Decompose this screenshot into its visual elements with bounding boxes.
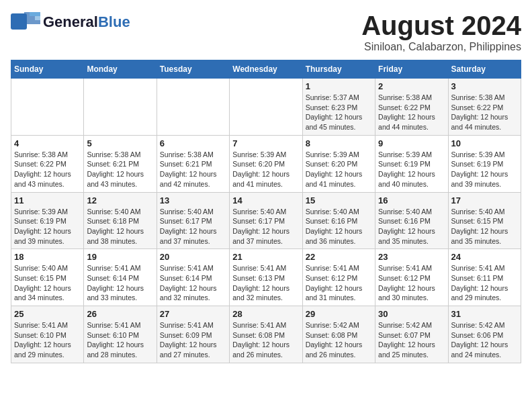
- cell-1-4: 1Sunrise: 5:37 AM Sunset: 6:23 PM Daylig…: [302, 79, 375, 136]
- title-area: August 2024 Siniloan, Calabarzon, Philip…: [361, 11, 521, 53]
- cell-2-1: 5Sunrise: 5:38 AM Sunset: 6:21 PM Daylig…: [84, 135, 157, 192]
- day-number: 9: [378, 138, 445, 148]
- day-info: Sunrise: 5:39 AM Sunset: 6:19 PM Dayligh…: [14, 207, 81, 246]
- cell-1-6: 3Sunrise: 5:38 AM Sunset: 6:22 PM Daylig…: [448, 79, 521, 136]
- day-info: Sunrise: 5:37 AM Sunset: 6:23 PM Dayligh…: [306, 93, 372, 132]
- cell-4-6: 24Sunrise: 5:41 AM Sunset: 6:11 PM Dayli…: [448, 249, 521, 306]
- cell-4-0: 18Sunrise: 5:40 AM Sunset: 6:15 PM Dayli…: [11, 249, 84, 306]
- day-info: Sunrise: 5:39 AM Sunset: 6:20 PM Dayligh…: [306, 150, 372, 189]
- day-number: 10: [451, 138, 518, 148]
- calendar-header-row: SundayMondayTuesdayWednesdayThursdayFrid…: [11, 60, 521, 79]
- cell-3-5: 16Sunrise: 5:40 AM Sunset: 6:16 PM Dayli…: [375, 192, 448, 249]
- day-number: 4: [14, 138, 81, 148]
- day-info: Sunrise: 5:41 AM Sunset: 6:09 PM Dayligh…: [160, 320, 226, 360]
- day-info: Sunrise: 5:39 AM Sunset: 6:19 PM Dayligh…: [451, 150, 518, 189]
- day-number: 14: [232, 195, 299, 205]
- day-info: Sunrise: 5:40 AM Sunset: 6:16 PM Dayligh…: [378, 207, 445, 246]
- day-info: Sunrise: 5:40 AM Sunset: 6:15 PM Dayligh…: [14, 263, 81, 303]
- logo-text: GeneralBlue: [43, 13, 130, 30]
- cell-3-4: 15Sunrise: 5:40 AM Sunset: 6:16 PM Dayli…: [302, 192, 375, 249]
- day-info: Sunrise: 5:38 AM Sunset: 6:21 PM Dayligh…: [87, 150, 153, 189]
- day-info: Sunrise: 5:42 AM Sunset: 6:06 PM Dayligh…: [451, 320, 518, 360]
- day-info: Sunrise: 5:41 AM Sunset: 6:13 PM Dayligh…: [232, 263, 299, 303]
- day-info: Sunrise: 5:41 AM Sunset: 6:10 PM Dayligh…: [14, 320, 81, 360]
- calendar-subtitle: Siniloan, Calabarzon, Philippines: [361, 41, 521, 53]
- cell-5-1: 26Sunrise: 5:41 AM Sunset: 6:10 PM Dayli…: [84, 306, 157, 363]
- day-number: 17: [451, 195, 518, 205]
- cell-4-3: 21Sunrise: 5:41 AM Sunset: 6:13 PM Dayli…: [230, 249, 302, 306]
- week-row-2: 4Sunrise: 5:38 AM Sunset: 6:22 PM Daylig…: [11, 135, 521, 192]
- cell-1-2: [157, 79, 229, 136]
- day-info: Sunrise: 5:41 AM Sunset: 6:11 PM Dayligh…: [451, 263, 518, 303]
- day-info: Sunrise: 5:39 AM Sunset: 6:19 PM Dayligh…: [378, 150, 445, 189]
- day-info: Sunrise: 5:40 AM Sunset: 6:18 PM Dayligh…: [87, 207, 153, 246]
- cell-1-3: [230, 79, 302, 136]
- day-number: 30: [378, 309, 445, 319]
- week-row-1: 1Sunrise: 5:37 AM Sunset: 6:23 PM Daylig…: [11, 79, 521, 136]
- header-monday: Monday: [84, 60, 157, 79]
- day-number: 23: [378, 252, 445, 262]
- cell-5-6: 31Sunrise: 5:42 AM Sunset: 6:06 PM Dayli…: [448, 306, 521, 363]
- header-sunday: Sunday: [11, 60, 84, 79]
- cell-2-2: 6Sunrise: 5:38 AM Sunset: 6:21 PM Daylig…: [157, 135, 229, 192]
- day-number: 31: [451, 309, 518, 319]
- day-number: 25: [14, 309, 81, 319]
- day-number: 11: [14, 195, 81, 205]
- cell-5-3: 28Sunrise: 5:41 AM Sunset: 6:08 PM Dayli…: [230, 306, 302, 363]
- day-number: 7: [232, 138, 299, 148]
- day-number: 18: [14, 252, 81, 262]
- cell-3-0: 11Sunrise: 5:39 AM Sunset: 6:19 PM Dayli…: [11, 192, 84, 249]
- cell-1-0: [11, 79, 84, 136]
- cell-2-5: 9Sunrise: 5:39 AM Sunset: 6:19 PM Daylig…: [375, 135, 448, 192]
- logo-general: General: [43, 13, 98, 30]
- day-number: 26: [87, 309, 153, 319]
- day-number: 16: [378, 195, 445, 205]
- day-number: 13: [160, 195, 226, 205]
- day-number: 29: [306, 309, 372, 319]
- cell-3-3: 14Sunrise: 5:40 AM Sunset: 6:17 PM Dayli…: [230, 192, 302, 249]
- cell-3-6: 17Sunrise: 5:40 AM Sunset: 6:15 PM Dayli…: [448, 192, 521, 249]
- cell-4-4: 22Sunrise: 5:41 AM Sunset: 6:12 PM Dayli…: [302, 249, 375, 306]
- day-info: Sunrise: 5:40 AM Sunset: 6:15 PM Dayligh…: [451, 207, 518, 246]
- day-number: 24: [451, 252, 518, 262]
- cell-4-2: 20Sunrise: 5:41 AM Sunset: 6:14 PM Dayli…: [157, 249, 229, 306]
- day-info: Sunrise: 5:38 AM Sunset: 6:22 PM Dayligh…: [451, 93, 518, 132]
- day-number: 15: [306, 195, 372, 205]
- day-number: 2: [378, 81, 445, 91]
- day-number: 28: [232, 309, 299, 319]
- day-info: Sunrise: 5:41 AM Sunset: 6:14 PM Dayligh…: [160, 263, 226, 303]
- cell-5-5: 30Sunrise: 5:42 AM Sunset: 6:07 PM Dayli…: [375, 306, 448, 363]
- day-info: Sunrise: 5:41 AM Sunset: 6:10 PM Dayligh…: [87, 320, 153, 360]
- day-number: 22: [306, 252, 372, 262]
- day-info: Sunrise: 5:41 AM Sunset: 6:14 PM Dayligh…: [87, 263, 153, 303]
- cell-1-5: 2Sunrise: 5:38 AM Sunset: 6:22 PM Daylig…: [375, 79, 448, 136]
- cell-3-2: 13Sunrise: 5:40 AM Sunset: 6:17 PM Dayli…: [157, 192, 229, 249]
- day-info: Sunrise: 5:42 AM Sunset: 6:07 PM Dayligh…: [378, 320, 445, 360]
- header-thursday: Thursday: [302, 60, 375, 79]
- header-wednesday: Wednesday: [230, 60, 302, 79]
- cell-5-0: 25Sunrise: 5:41 AM Sunset: 6:10 PM Dayli…: [11, 306, 84, 363]
- logo: GeneralBlue: [11, 11, 130, 34]
- day-number: 20: [160, 252, 226, 262]
- cell-2-0: 4Sunrise: 5:38 AM Sunset: 6:22 PM Daylig…: [11, 135, 84, 192]
- day-info: Sunrise: 5:40 AM Sunset: 6:16 PM Dayligh…: [306, 207, 372, 246]
- header-friday: Friday: [375, 60, 448, 79]
- day-number: 21: [232, 252, 299, 262]
- day-info: Sunrise: 5:41 AM Sunset: 6:12 PM Dayligh…: [378, 263, 445, 303]
- svg-marker-3: [35, 16, 40, 20]
- cell-3-1: 12Sunrise: 5:40 AM Sunset: 6:18 PM Dayli…: [84, 192, 157, 249]
- day-info: Sunrise: 5:39 AM Sunset: 6:20 PM Dayligh…: [232, 150, 299, 189]
- day-number: 27: [160, 309, 226, 319]
- week-row-3: 11Sunrise: 5:39 AM Sunset: 6:19 PM Dayli…: [11, 192, 521, 249]
- cell-2-4: 8Sunrise: 5:39 AM Sunset: 6:20 PM Daylig…: [302, 135, 375, 192]
- day-number: 5: [87, 138, 153, 148]
- day-info: Sunrise: 5:38 AM Sunset: 6:21 PM Dayligh…: [160, 150, 226, 189]
- day-number: 3: [451, 81, 518, 91]
- day-info: Sunrise: 5:38 AM Sunset: 6:22 PM Dayligh…: [378, 93, 445, 132]
- cell-2-6: 10Sunrise: 5:39 AM Sunset: 6:19 PM Dayli…: [448, 135, 521, 192]
- day-number: 12: [87, 195, 153, 205]
- cell-5-2: 27Sunrise: 5:41 AM Sunset: 6:09 PM Dayli…: [157, 306, 229, 363]
- cell-1-1: [84, 79, 157, 136]
- header-tuesday: Tuesday: [157, 60, 229, 79]
- day-info: Sunrise: 5:40 AM Sunset: 6:17 PM Dayligh…: [232, 207, 299, 246]
